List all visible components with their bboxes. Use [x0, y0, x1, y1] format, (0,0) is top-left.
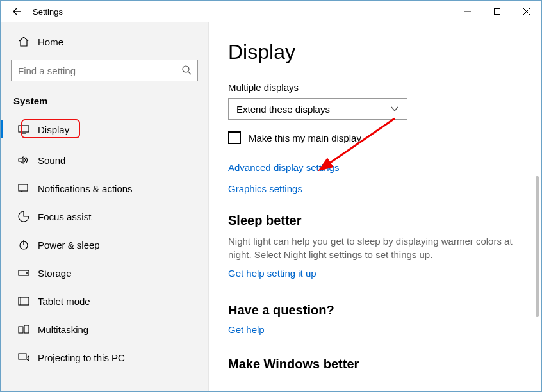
sidebar-item-notifications[interactable]: Notifications & actions: [11, 174, 198, 202]
scrollbar[interactable]: [536, 176, 539, 317]
svg-rect-6: [19, 184, 28, 191]
svg-point-10: [26, 272, 28, 274]
checkbox-icon[interactable]: [228, 131, 241, 144]
graphics-settings-link[interactable]: Graphics settings: [228, 183, 522, 194]
search-box[interactable]: [11, 60, 198, 81]
section-label: System: [11, 95, 198, 106]
get-help-link[interactable]: Get help: [228, 324, 522, 335]
question-heading: Have a question?: [228, 303, 522, 318]
multiple-displays-label: Multiple displays: [228, 82, 522, 93]
search-icon: [181, 65, 192, 75]
sidebar-item-label: Power & sleep: [38, 240, 100, 250]
sidebar-item-label: Storage: [38, 268, 72, 279]
svg-rect-14: [24, 325, 29, 333]
tablet-icon: [15, 297, 33, 306]
sleep-better-heading: Sleep better: [228, 213, 522, 228]
window-title: Settings: [33, 7, 63, 17]
svg-rect-13: [19, 327, 23, 333]
sidebar-item-label: Tablet mode: [38, 296, 90, 307]
sidebar-item-power-sleep[interactable]: Power & sleep: [11, 231, 198, 259]
advanced-display-settings-link[interactable]: Advanced display settings: [228, 162, 522, 173]
chevron-down-icon: [390, 104, 399, 113]
sidebar-item-multitasking[interactable]: Multitasking: [11, 315, 198, 343]
sidebar-item-label: Display: [38, 124, 69, 135]
display-icon: [15, 125, 33, 134]
storage-icon: [15, 270, 33, 276]
projecting-icon: [15, 353, 33, 362]
sidebar-item-label: Focus assist: [38, 211, 91, 222]
home-label: Home: [38, 37, 63, 47]
windows-better-heading: Make Windows better: [228, 357, 522, 372]
multiple-displays-dropdown[interactable]: Extend these displays: [228, 98, 407, 120]
svg-rect-11: [19, 297, 29, 305]
multitasking-icon: [15, 325, 33, 334]
back-button[interactable]: [6, 1, 26, 22]
svg-rect-15: [19, 354, 26, 359]
notifications-icon: [15, 184, 33, 193]
sidebar-item-label: Notifications & actions: [38, 183, 133, 194]
main-panel: Display Multiple displays Extend these d…: [209, 22, 541, 391]
dropdown-value: Extend these displays: [236, 104, 330, 115]
sidebar-item-focus-assist[interactable]: Focus assist: [11, 202, 198, 231]
sidebar-item-tablet-mode[interactable]: Tablet mode: [11, 287, 198, 315]
close-icon: [523, 8, 530, 15]
sidebar-item-projecting[interactable]: Projecting to this PC: [11, 343, 198, 372]
page-title: Display: [228, 40, 522, 64]
sidebar-item-label: Multitasking: [38, 324, 88, 335]
close-button[interactable]: [512, 1, 541, 22]
checkbox-label: Make this my main display: [249, 133, 361, 143]
sidebar-item-sound[interactable]: Sound: [11, 146, 198, 174]
svg-line-3: [188, 72, 191, 74]
search-input[interactable]: [11, 60, 198, 81]
svg-rect-1: [495, 9, 500, 15]
back-arrow-icon: [11, 6, 21, 17]
minimize-icon: [464, 8, 472, 15]
svg-point-2: [183, 66, 189, 72]
maximize-button[interactable]: [482, 1, 512, 22]
sidebar-item-label: Projecting to this PC: [38, 352, 125, 363]
home-nav[interactable]: Home: [11, 30, 198, 53]
sleep-better-desc: Night light can help you get to sleep by…: [228, 234, 522, 261]
sleep-help-link[interactable]: Get help setting it up: [228, 268, 522, 279]
main-display-checkbox-row[interactable]: Make this my main display: [228, 131, 522, 144]
sidebar-item-storage[interactable]: Storage: [11, 259, 198, 287]
focus-assist-icon: [15, 211, 33, 222]
sound-icon: [15, 156, 33, 165]
maximize-icon: [493, 8, 501, 15]
minimize-button[interactable]: [453, 1, 482, 22]
sidebar-item-display[interactable]: Display: [11, 115, 198, 143]
svg-rect-4: [19, 126, 29, 132]
home-icon: [15, 36, 33, 47]
sidebar: Home System Display Sound: [1, 22, 209, 391]
power-icon: [15, 239, 33, 250]
sidebar-item-label: Sound: [38, 155, 65, 166]
